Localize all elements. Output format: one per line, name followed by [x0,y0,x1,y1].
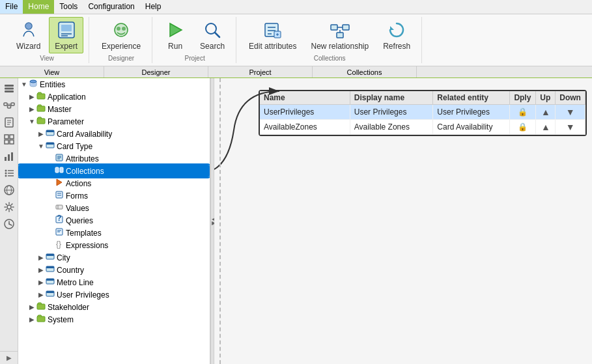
expander-parameter[interactable]: ▼ [27,117,36,126]
expander-metro-line[interactable]: ▶ [36,278,46,287]
expander-entities[interactable]: ▼ [20,80,29,89]
experience-button[interactable]: Experience [96,17,147,53]
lock-icon-2: 🔒 [518,122,528,132]
expander-system[interactable]: ▶ [27,315,36,324]
tree-node-country[interactable]: ▶ Country [18,264,210,276]
attributes-icon [55,153,64,164]
table-row[interactable]: UserPrivileges User Privileges User Priv… [260,105,585,120]
tree-node-city[interactable]: ▶ City [18,251,210,264]
sidebar-icon-globe[interactable] [1,182,17,198]
tree-node-expressions[interactable]: ▶ {} Expressions [18,239,210,251]
collections-table: Name Display name Related entity Dply Up… [260,91,585,135]
values-icon [55,203,64,214]
tree-node-card-type[interactable]: ▼ Card Type [18,140,210,152]
cell-related-2: Card Availability [433,120,510,135]
entities-label: Entities [40,80,65,89]
search-button[interactable]: Search [194,17,231,53]
tree-node-system[interactable]: ▶ System [18,313,210,326]
table-row[interactable]: AvailableZones Available Zones Card Avai… [260,120,585,135]
menu-file[interactable]: File [0,0,23,14]
collections-buttons: Edit attributes New relationship Refresh [243,17,416,53]
cell-up-1[interactable]: ▲ [536,105,556,120]
menu-home[interactable]: Home [23,0,54,14]
cell-display-2: Available Zones [350,120,433,135]
up-arrow-1[interactable]: ▲ [541,107,550,117]
expander-card-availability[interactable]: ▶ [36,130,46,139]
down-arrow-2[interactable]: ▼ [566,122,575,132]
expander-stakeholder[interactable]: ▶ [27,303,36,312]
sidebar-icon-doc[interactable] [1,115,17,130]
sidebar-icon-layers[interactable] [1,81,17,96]
expander-application[interactable]: ▶ [27,92,36,102]
svg-rect-21 [337,33,343,38]
svg-point-44 [5,170,7,172]
run-button[interactable]: Run [159,17,191,53]
templates-label: Templates [66,229,102,238]
tab-designer[interactable]: Designer [104,66,208,77]
cell-down-2[interactable]: ▼ [556,120,585,135]
svg-rect-39 [5,140,8,144]
sidebar-icon-chart[interactable] [1,148,17,164]
wizard-label: Wizard [16,42,40,51]
expander-country[interactable]: ▶ [36,266,46,275]
tree-node-actions[interactable]: ▶ Actions [18,177,210,189]
user-privileges-label: User Privileges [57,290,109,300]
expander-master[interactable]: ▶ [27,105,36,114]
tree-node-entities[interactable]: ▼ Entities [18,78,210,91]
new-relationship-label: New relationship [311,42,369,51]
expert-button[interactable]: Expert [49,17,83,53]
menu-tools[interactable]: Tools [54,0,83,14]
tree-node-parameter[interactable]: ▼ Parameter [18,115,210,128]
tree-node-application[interactable]: ▶ Application [18,91,210,103]
tree-node-user-privileges[interactable]: ▶ User Privileges [18,288,210,301]
sidebar-expand-button[interactable]: ▶ [0,351,18,364]
sidebar-icon-connection[interactable] [1,98,17,113]
tree-node-collections[interactable]: ▶ Collections [18,165,210,177]
tree-node-templates[interactable]: ▶ Templates [18,227,210,239]
sidebar-icon-list[interactable] [1,165,17,181]
tree-node-queries[interactable]: ▶ ? Queries [18,214,210,227]
cell-name-2: AvailableZones [260,120,350,135]
tab-project[interactable]: Project [208,66,313,77]
svg-rect-71 [60,167,63,173]
lock-icon-1: 🔒 [518,107,528,117]
svg-marker-72 [57,179,62,186]
tab-collections[interactable]: Collections [313,66,417,77]
svg-rect-30 [7,105,10,108]
svg-rect-89 [46,279,54,281]
tree-node-stakeholder[interactable]: ▶ Stakeholder [18,301,210,313]
svg-point-53 [7,205,11,209]
tree-node-card-availability[interactable]: ▶ Card Availability [18,128,210,140]
wizard-button[interactable]: Wizard [10,17,46,53]
expander-user-privileges[interactable]: ▶ [36,290,46,300]
svg-line-56 [9,224,12,225]
forms-icon [55,190,64,201]
card-type-label: Card Type [57,142,92,151]
tree-node-values[interactable]: ▶ Values [18,202,210,214]
menu-configuration[interactable]: Configuration [83,0,139,14]
expander-card-type[interactable]: ▼ [36,142,46,151]
master-label: Master [48,105,72,114]
sidebar-icon-grid[interactable] [1,132,17,147]
tree-node-metro-line[interactable]: ▶ Metro Line [18,276,210,288]
down-arrow-1[interactable]: ▼ [566,107,575,117]
master-icon [36,104,46,115]
tree-node-master[interactable]: ▶ Master [18,103,210,115]
sidebar-icon-clock[interactable] [1,216,17,232]
edit-attributes-button[interactable]: Edit attributes [243,17,302,53]
refresh-button[interactable]: Refresh [377,17,416,53]
svg-text:?: ? [57,215,61,223]
tree-node-forms[interactable]: ▶ Forms [18,189,210,202]
up-arrow-2[interactable]: ▲ [541,122,550,132]
expander-city[interactable]: ▶ [36,253,46,262]
menu-help[interactable]: Help [140,0,167,14]
new-relationship-button[interactable]: New relationship [305,17,374,53]
sidebar-icon-settings[interactable] [1,199,17,215]
system-label: System [48,315,74,324]
cell-down-1[interactable]: ▼ [556,105,585,120]
svg-rect-38 [10,135,14,139]
svg-rect-93 [37,316,45,322]
tab-view[interactable]: View [0,66,104,77]
cell-up-2[interactable]: ▲ [536,120,556,135]
tree-node-attributes[interactable]: ▶ Attributes [18,152,210,165]
